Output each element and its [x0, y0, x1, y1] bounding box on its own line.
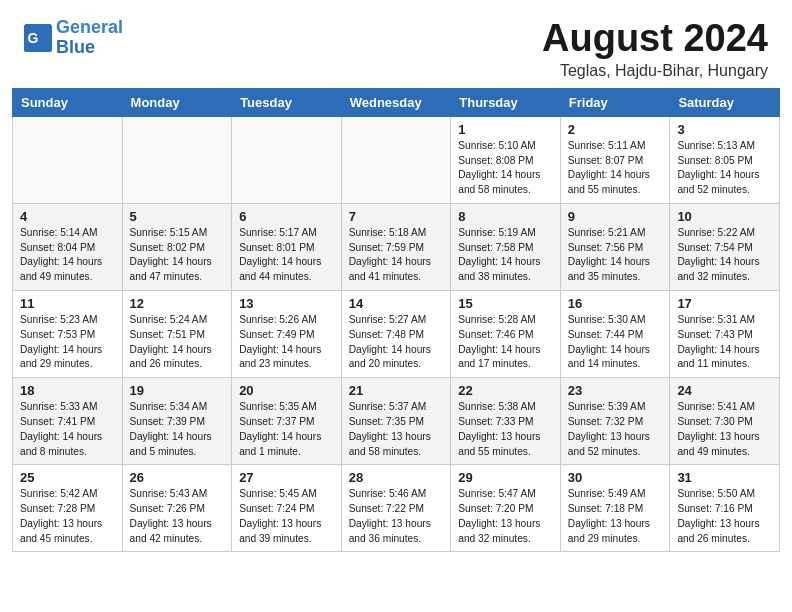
- day-info: Sunrise: 5:47 AM Sunset: 7:20 PM Dayligh…: [458, 487, 553, 546]
- day-info: Sunrise: 5:45 AM Sunset: 7:24 PM Dayligh…: [239, 487, 334, 546]
- logo-general: General: [56, 17, 123, 37]
- day-info: Sunrise: 5:28 AM Sunset: 7:46 PM Dayligh…: [458, 313, 553, 372]
- day-info: Sunrise: 5:39 AM Sunset: 7:32 PM Dayligh…: [568, 400, 663, 459]
- weekday-header-saturday: Saturday: [670, 88, 780, 116]
- weekday-header-tuesday: Tuesday: [232, 88, 342, 116]
- calendar-cell: 18Sunrise: 5:33 AM Sunset: 7:41 PM Dayli…: [13, 378, 123, 465]
- calendar-cell: [13, 116, 123, 203]
- calendar-cell: 14Sunrise: 5:27 AM Sunset: 7:48 PM Dayli…: [341, 291, 451, 378]
- week-row-1: 1Sunrise: 5:10 AM Sunset: 8:08 PM Daylig…: [13, 116, 780, 203]
- day-info: Sunrise: 5:17 AM Sunset: 8:01 PM Dayligh…: [239, 226, 334, 285]
- day-number: 19: [130, 383, 225, 398]
- calendar-cell: 27Sunrise: 5:45 AM Sunset: 7:24 PM Dayli…: [232, 465, 342, 552]
- logo-icon: G: [24, 24, 52, 52]
- day-info: Sunrise: 5:33 AM Sunset: 7:41 PM Dayligh…: [20, 400, 115, 459]
- calendar-subtitle: Teglas, Hajdu-Bihar, Hungary: [542, 62, 768, 80]
- day-info: Sunrise: 5:23 AM Sunset: 7:53 PM Dayligh…: [20, 313, 115, 372]
- day-info: Sunrise: 5:14 AM Sunset: 8:04 PM Dayligh…: [20, 226, 115, 285]
- weekday-header-friday: Friday: [560, 88, 670, 116]
- weekday-header-sunday: Sunday: [13, 88, 123, 116]
- calendar-cell: 4Sunrise: 5:14 AM Sunset: 8:04 PM Daylig…: [13, 203, 123, 290]
- calendar-cell: 10Sunrise: 5:22 AM Sunset: 7:54 PM Dayli…: [670, 203, 780, 290]
- day-info: Sunrise: 5:38 AM Sunset: 7:33 PM Dayligh…: [458, 400, 553, 459]
- day-info: Sunrise: 5:35 AM Sunset: 7:37 PM Dayligh…: [239, 400, 334, 459]
- week-row-3: 11Sunrise: 5:23 AM Sunset: 7:53 PM Dayli…: [13, 291, 780, 378]
- day-info: Sunrise: 5:42 AM Sunset: 7:28 PM Dayligh…: [20, 487, 115, 546]
- weekday-header-wednesday: Wednesday: [341, 88, 451, 116]
- day-info: Sunrise: 5:46 AM Sunset: 7:22 PM Dayligh…: [349, 487, 444, 546]
- day-info: Sunrise: 5:43 AM Sunset: 7:26 PM Dayligh…: [130, 487, 225, 546]
- week-row-2: 4Sunrise: 5:14 AM Sunset: 8:04 PM Daylig…: [13, 203, 780, 290]
- svg-text:G: G: [28, 30, 39, 46]
- calendar-cell: 23Sunrise: 5:39 AM Sunset: 7:32 PM Dayli…: [560, 378, 670, 465]
- day-number: 21: [349, 383, 444, 398]
- calendar-cell: 25Sunrise: 5:42 AM Sunset: 7:28 PM Dayli…: [13, 465, 123, 552]
- day-number: 3: [677, 122, 772, 137]
- day-number: 6: [239, 209, 334, 224]
- week-row-4: 18Sunrise: 5:33 AM Sunset: 7:41 PM Dayli…: [13, 378, 780, 465]
- calendar-wrap: SundayMondayTuesdayWednesdayThursdayFrid…: [0, 88, 792, 565]
- day-info: Sunrise: 5:10 AM Sunset: 8:08 PM Dayligh…: [458, 139, 553, 198]
- calendar-cell: 26Sunrise: 5:43 AM Sunset: 7:26 PM Dayli…: [122, 465, 232, 552]
- day-number: 29: [458, 470, 553, 485]
- calendar-table: SundayMondayTuesdayWednesdayThursdayFrid…: [12, 88, 780, 553]
- day-info: Sunrise: 5:21 AM Sunset: 7:56 PM Dayligh…: [568, 226, 663, 285]
- day-number: 28: [349, 470, 444, 485]
- day-number: 10: [677, 209, 772, 224]
- calendar-cell: 28Sunrise: 5:46 AM Sunset: 7:22 PM Dayli…: [341, 465, 451, 552]
- calendar-cell: [232, 116, 342, 203]
- calendar-cell: 13Sunrise: 5:26 AM Sunset: 7:49 PM Dayli…: [232, 291, 342, 378]
- calendar-cell: 1Sunrise: 5:10 AM Sunset: 8:08 PM Daylig…: [451, 116, 561, 203]
- calendar-cell: 5Sunrise: 5:15 AM Sunset: 8:02 PM Daylig…: [122, 203, 232, 290]
- day-number: 16: [568, 296, 663, 311]
- calendar-cell: 11Sunrise: 5:23 AM Sunset: 7:53 PM Dayli…: [13, 291, 123, 378]
- calendar-cell: 8Sunrise: 5:19 AM Sunset: 7:58 PM Daylig…: [451, 203, 561, 290]
- day-number: 30: [568, 470, 663, 485]
- day-info: Sunrise: 5:31 AM Sunset: 7:43 PM Dayligh…: [677, 313, 772, 372]
- day-number: 9: [568, 209, 663, 224]
- day-number: 7: [349, 209, 444, 224]
- day-info: Sunrise: 5:41 AM Sunset: 7:30 PM Dayligh…: [677, 400, 772, 459]
- day-number: 17: [677, 296, 772, 311]
- calendar-cell: 16Sunrise: 5:30 AM Sunset: 7:44 PM Dayli…: [560, 291, 670, 378]
- day-info: Sunrise: 5:50 AM Sunset: 7:16 PM Dayligh…: [677, 487, 772, 546]
- day-number: 20: [239, 383, 334, 398]
- day-info: Sunrise: 5:34 AM Sunset: 7:39 PM Dayligh…: [130, 400, 225, 459]
- day-number: 23: [568, 383, 663, 398]
- day-number: 18: [20, 383, 115, 398]
- calendar-cell: 20Sunrise: 5:35 AM Sunset: 7:37 PM Dayli…: [232, 378, 342, 465]
- calendar-cell: 22Sunrise: 5:38 AM Sunset: 7:33 PM Dayli…: [451, 378, 561, 465]
- title-block: August 2024 Teglas, Hajdu-Bihar, Hungary: [542, 18, 768, 80]
- calendar-cell: 17Sunrise: 5:31 AM Sunset: 7:43 PM Dayli…: [670, 291, 780, 378]
- day-number: 13: [239, 296, 334, 311]
- day-number: 15: [458, 296, 553, 311]
- weekday-header-row: SundayMondayTuesdayWednesdayThursdayFrid…: [13, 88, 780, 116]
- calendar-cell: 7Sunrise: 5:18 AM Sunset: 7:59 PM Daylig…: [341, 203, 451, 290]
- calendar-cell: 31Sunrise: 5:50 AM Sunset: 7:16 PM Dayli…: [670, 465, 780, 552]
- calendar-cell: 24Sunrise: 5:41 AM Sunset: 7:30 PM Dayli…: [670, 378, 780, 465]
- day-info: Sunrise: 5:26 AM Sunset: 7:49 PM Dayligh…: [239, 313, 334, 372]
- calendar-cell: 29Sunrise: 5:47 AM Sunset: 7:20 PM Dayli…: [451, 465, 561, 552]
- day-number: 27: [239, 470, 334, 485]
- day-number: 8: [458, 209, 553, 224]
- logo: G General Blue: [24, 18, 123, 58]
- calendar-cell: 2Sunrise: 5:11 AM Sunset: 8:07 PM Daylig…: [560, 116, 670, 203]
- day-number: 11: [20, 296, 115, 311]
- day-info: Sunrise: 5:49 AM Sunset: 7:18 PM Dayligh…: [568, 487, 663, 546]
- day-number: 4: [20, 209, 115, 224]
- day-number: 5: [130, 209, 225, 224]
- day-number: 31: [677, 470, 772, 485]
- calendar-cell: 3Sunrise: 5:13 AM Sunset: 8:05 PM Daylig…: [670, 116, 780, 203]
- weekday-header-thursday: Thursday: [451, 88, 561, 116]
- calendar-cell: 12Sunrise: 5:24 AM Sunset: 7:51 PM Dayli…: [122, 291, 232, 378]
- day-number: 1: [458, 122, 553, 137]
- calendar-title: August 2024: [542, 18, 768, 60]
- calendar-cell: 19Sunrise: 5:34 AM Sunset: 7:39 PM Dayli…: [122, 378, 232, 465]
- day-number: 25: [20, 470, 115, 485]
- day-info: Sunrise: 5:11 AM Sunset: 8:07 PM Dayligh…: [568, 139, 663, 198]
- calendar-cell: [341, 116, 451, 203]
- day-info: Sunrise: 5:22 AM Sunset: 7:54 PM Dayligh…: [677, 226, 772, 285]
- day-info: Sunrise: 5:18 AM Sunset: 7:59 PM Dayligh…: [349, 226, 444, 285]
- day-info: Sunrise: 5:37 AM Sunset: 7:35 PM Dayligh…: [349, 400, 444, 459]
- day-number: 12: [130, 296, 225, 311]
